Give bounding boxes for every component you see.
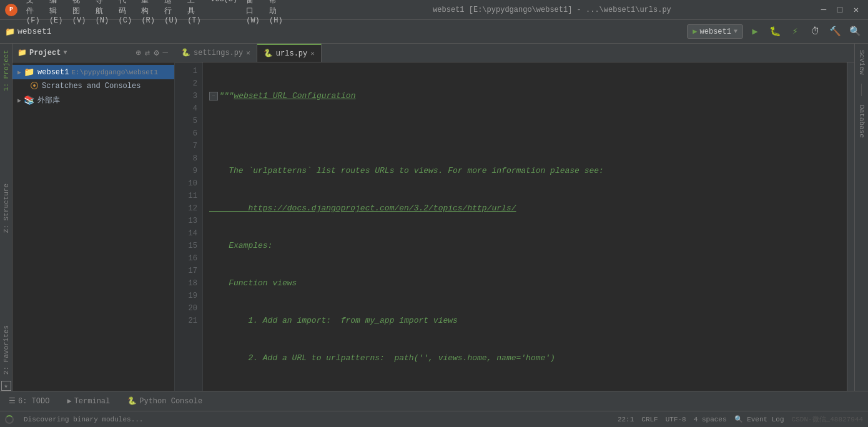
external-lib-icon: 📚 xyxy=(24,95,34,106)
menu-refactor[interactable]: 重构(R) xyxy=(137,0,159,26)
project-label: 📁 webset1 xyxy=(5,27,52,37)
editor-scrollbar[interactable] xyxy=(847,62,854,391)
close-tab-icon[interactable]: ✕ xyxy=(310,49,315,57)
menu-view[interactable]: 视图(V) xyxy=(69,0,91,26)
menu-run[interactable]: 运行(U) xyxy=(160,0,182,26)
expand-arrow-icon: ▶ xyxy=(17,97,21,104)
window-title: webset1 [E:\pypydgango\webset1] - ...\we… xyxy=(287,6,817,14)
code-line-2 xyxy=(209,127,847,140)
code-line-5: Examples: xyxy=(209,240,847,252)
line-separator[interactable]: CRLF xyxy=(641,416,658,423)
search-button[interactable]: 🔍 xyxy=(847,24,863,40)
sync-icon[interactable]: ⇄ xyxy=(144,46,151,59)
tree-item-scratches[interactable]: ⦿ Scratches and Consoles xyxy=(12,79,174,93)
window-controls: ─ □ ✕ xyxy=(817,3,863,17)
run-button[interactable]: ▶ xyxy=(747,24,763,40)
sidebar-title: 📁 Project ▼ xyxy=(17,48,67,57)
event-log-button[interactable]: 🔍 Event Log xyxy=(734,415,784,423)
status-bar: Discovering binary modules... 22:1 CRLF … xyxy=(0,411,868,427)
favorites-star-icon[interactable]: ★ xyxy=(1,381,11,391)
fold-button[interactable]: − xyxy=(209,92,218,101)
folder-icon: 📁 xyxy=(17,48,27,57)
project-tree-panel: 📁 Project ▼ ⊕ ⇄ ⚙ ─ ▶ 📁 webset1 E:\pypyd… xyxy=(12,44,175,391)
tree-item-external-libs[interactable]: ▶ 📚 外部库 xyxy=(12,93,174,107)
app-logo: P xyxy=(5,4,17,16)
scview-panel-tab[interactable]: ScView xyxy=(857,44,867,81)
encoding[interactable]: UTF-8 xyxy=(666,416,686,423)
code-line-7: 1. Add an import: from my_app import vie… xyxy=(209,315,847,327)
maximize-button[interactable]: □ xyxy=(833,3,847,17)
tab-urls-py[interactable]: 🐍 urls.py ✕ xyxy=(257,44,322,62)
menu-help[interactable]: 帮助(H) xyxy=(265,0,287,26)
code-line-4: https://docs.djangoproject.com/en/3.2/to… xyxy=(209,202,847,215)
code-line-8: 2. Add a URL to urlpatterns: path('', vi… xyxy=(209,352,847,365)
tab-settings-py[interactable]: 🐍 settings.py ✕ xyxy=(175,44,257,62)
profile-button[interactable]: ⏱ xyxy=(807,24,823,40)
folder-icon: 📁 xyxy=(24,67,34,77)
discovering-text: Discovering binary modules... xyxy=(24,416,143,423)
expand-arrow-icon: ▶ xyxy=(17,69,21,76)
project-panel-tab[interactable]: 1: Project xyxy=(1,44,11,97)
menu-tools[interactable]: 工具(T) xyxy=(184,0,205,26)
editor-area: 🐍 settings.py ✕ 🐍 urls.py ✕ 1 2 3 4 5 6 … xyxy=(175,44,854,391)
python-console-tab[interactable]: 🐍 Python Console xyxy=(124,394,206,408)
right-side-labels: ScView Database xyxy=(854,44,868,391)
indent-settings[interactable]: 4 spaces xyxy=(694,416,727,423)
sidebar-actions: ⊕ ⇄ ⚙ ─ xyxy=(134,46,169,59)
menu-bar: 文件(F) 编辑(E) 视图(V) 导航(N) 代码(C) 重构(R) 运行(U… xyxy=(22,0,287,26)
titlebar: P 文件(F) 编辑(E) 视图(V) 导航(N) 代码(C) 重构(R) 运行… xyxy=(0,0,868,20)
code-content[interactable]: − """webset1 URL Configuration The `urlp… xyxy=(203,62,847,391)
terminal-icon: ▶ xyxy=(67,396,71,406)
code-editor[interactable]: 1 2 3 4 5 6 7 8 9 10 11 12 13 14 15 16 1… xyxy=(175,62,854,391)
code-line-1: − """webset1 URL Configuration xyxy=(209,90,847,102)
python-file-icon: 🐍 xyxy=(181,48,190,57)
menu-window[interactable]: 窗口(W) xyxy=(242,0,264,26)
close-button[interactable]: ✕ xyxy=(849,3,863,17)
run-config-label: webset1 xyxy=(700,27,731,36)
menu-file[interactable]: 文件(F) xyxy=(22,0,44,26)
bottom-toolbar: ☰ 6: TODO ▶ Terminal 🐍 Python Console xyxy=(0,391,868,411)
close-tab-icon[interactable]: ✕ xyxy=(246,49,250,57)
collapse-icon[interactable]: ─ xyxy=(162,46,169,59)
code-line-9: Class-based views xyxy=(209,390,847,391)
add-icon[interactable]: ⊕ xyxy=(134,46,142,59)
python-file-icon: 🐍 xyxy=(264,49,273,58)
terminal-tab[interactable]: ▶ Terminal xyxy=(63,394,114,408)
settings-icon[interactable]: ⚙ xyxy=(152,46,160,59)
favorites-panel-tab[interactable]: 2: Favorites xyxy=(1,319,11,381)
todo-tab[interactable]: ☰ 6: TODO xyxy=(5,394,53,408)
left-side-labels: 1: Project Z: Structure 2: Favorites ★ xyxy=(0,44,12,391)
todo-icon: ☰ xyxy=(9,396,16,406)
line-numbers-gutter: 1 2 3 4 5 6 7 8 9 10 11 12 13 14 15 16 1… xyxy=(175,62,203,391)
cursor-position[interactable]: 22:1 xyxy=(618,416,634,423)
watermark-text: CSDN-微信_48827944 xyxy=(792,415,863,424)
progress-spinner xyxy=(5,415,14,424)
run-configuration[interactable]: ▶ webset1 ▼ xyxy=(687,24,743,39)
python-console-icon: 🐍 xyxy=(127,396,137,406)
main-area: 1: Project Z: Structure 2: Favorites ★ 📁… xyxy=(0,44,868,391)
minimize-button[interactable]: ─ xyxy=(817,3,831,17)
sidebar-header: 📁 Project ▼ ⊕ ⇄ ⚙ ─ xyxy=(12,44,174,62)
code-line-3: The `urlpatterns` list routes URLs to vi… xyxy=(209,165,847,177)
project-dropdown-icon[interactable]: ▼ xyxy=(63,49,67,56)
toolbar-right: ▶ webset1 ▼ ▶ 🐛 ⚡ ⏱ 🔨 🔍 xyxy=(687,24,863,40)
database-panel-tab[interactable]: Database xyxy=(857,99,867,144)
debug-button[interactable]: 🐛 xyxy=(767,24,783,40)
editor-tab-bar: 🐍 settings.py ✕ 🐍 urls.py ✕ xyxy=(175,44,854,62)
build-button[interactable]: 🔨 xyxy=(827,24,843,40)
menu-nav[interactable]: 导航(N) xyxy=(92,0,114,26)
menu-code[interactable]: 代码(C) xyxy=(115,0,137,26)
status-right: 22:1 CRLF UTF-8 4 spaces 🔍 Event Log CSD… xyxy=(618,415,863,424)
coverage-button[interactable]: ⚡ xyxy=(787,24,803,40)
project-name: webset1 xyxy=(17,27,52,36)
menu-vcs[interactable]: VCS(S) xyxy=(207,0,241,26)
sidebar-tree: ▶ 📁 webset1 E:\pypydgango\webset1 ⦿ Scra… xyxy=(12,62,174,391)
menu-edit[interactable]: 编辑(E) xyxy=(46,0,67,26)
code-line-6: Function views xyxy=(209,277,847,290)
divider xyxy=(861,84,862,96)
tree-item-webset1[interactable]: ▶ 📁 webset1 E:\pypydgango\webset1 xyxy=(12,65,174,79)
scratches-icon: ⦿ xyxy=(30,81,39,91)
structure-panel-tab[interactable]: Z: Structure xyxy=(1,177,11,239)
